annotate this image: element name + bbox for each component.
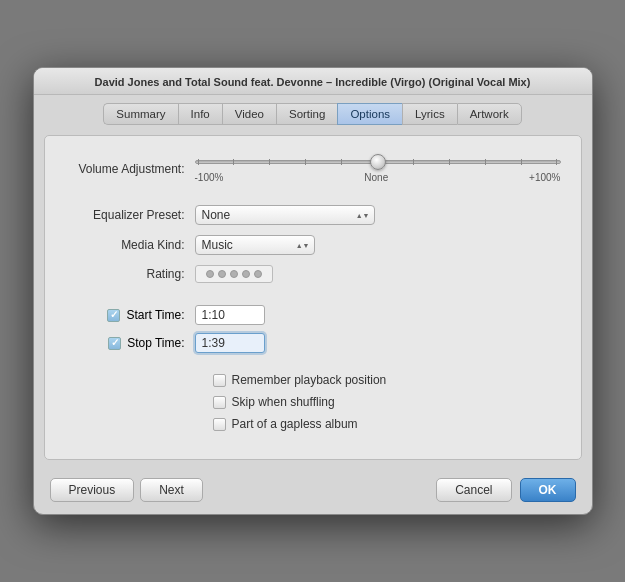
rating-dot-3[interactable] bbox=[230, 270, 238, 278]
volume-thumb[interactable] bbox=[370, 154, 386, 170]
volume-min-label: -100% bbox=[195, 172, 224, 183]
skip-shuffling-checkbox[interactable] bbox=[213, 396, 226, 409]
divider1 bbox=[65, 193, 561, 205]
start-time-row: Start Time: bbox=[65, 305, 561, 325]
stop-time-checkbox[interactable] bbox=[108, 337, 121, 350]
media-kind-select[interactable]: Music Movie TV Show Podcast Audiobook bbox=[195, 235, 315, 255]
slider-labels: -100% None +100% bbox=[195, 172, 561, 183]
cancel-button[interactable]: Cancel bbox=[436, 478, 511, 502]
volume-row: Volume Adjustment: bbox=[65, 154, 561, 183]
tick bbox=[449, 159, 450, 165]
tick bbox=[341, 159, 342, 165]
tick bbox=[556, 159, 557, 165]
rating-control[interactable] bbox=[195, 265, 273, 283]
skip-shuffling-row: Skip when shuffling bbox=[65, 395, 561, 409]
equalizer-select-wrapper: None Acoustic Bass Booster Classical Dan… bbox=[195, 205, 375, 225]
volume-slider-container: -100% None +100% bbox=[195, 154, 561, 183]
ok-button[interactable]: OK bbox=[520, 478, 576, 502]
tick bbox=[198, 159, 199, 165]
gapless-row: Part of a gapless album bbox=[65, 417, 561, 431]
gapless-checkbox[interactable] bbox=[213, 418, 226, 431]
tick bbox=[521, 159, 522, 165]
stop-time-label: Stop Time: bbox=[127, 336, 184, 350]
rating-dot-4[interactable] bbox=[242, 270, 250, 278]
slider-track-bg bbox=[195, 160, 561, 164]
volume-max-label: +100% bbox=[529, 172, 560, 183]
tick bbox=[233, 159, 234, 165]
media-kind-row: Media Kind: Music Movie TV Show Podcast … bbox=[65, 235, 561, 255]
rating-dot-5[interactable] bbox=[254, 270, 262, 278]
previous-button[interactable]: Previous bbox=[50, 478, 135, 502]
tick bbox=[413, 159, 414, 165]
equalizer-label: Equalizer Preset: bbox=[65, 208, 195, 222]
tick bbox=[485, 159, 486, 165]
tab-artwork[interactable]: Artwork bbox=[457, 103, 522, 125]
rating-row: Rating: bbox=[65, 265, 561, 283]
tab-options[interactable]: Options bbox=[337, 103, 402, 125]
start-time-label: Start Time: bbox=[126, 308, 184, 322]
equalizer-select[interactable]: None Acoustic Bass Booster Classical Dan… bbox=[195, 205, 375, 225]
next-button[interactable]: Next bbox=[140, 478, 203, 502]
volume-label: Volume Adjustment: bbox=[65, 162, 195, 176]
rating-dot-1[interactable] bbox=[206, 270, 214, 278]
tick bbox=[269, 159, 270, 165]
divider2 bbox=[65, 293, 561, 305]
tick bbox=[305, 159, 306, 165]
start-time-input[interactable] bbox=[195, 305, 265, 325]
remember-playback-row: Remember playback position bbox=[65, 373, 561, 387]
stop-time-row: Stop Time: bbox=[65, 333, 561, 353]
tab-lyrics[interactable]: Lyrics bbox=[402, 103, 457, 125]
title-bar: David Jones and Total Sound feat. Devonn… bbox=[34, 68, 592, 95]
stop-time-input[interactable] bbox=[195, 333, 265, 353]
media-kind-label: Media Kind: bbox=[65, 238, 195, 252]
equalizer-row: Equalizer Preset: None Acoustic Bass Boo… bbox=[65, 205, 561, 225]
volume-slider[interactable] bbox=[195, 154, 561, 170]
skip-shuffling-label: Skip when shuffling bbox=[232, 395, 335, 409]
rating-label: Rating: bbox=[65, 267, 195, 281]
footer-left: Previous Next bbox=[50, 478, 203, 502]
tab-info[interactable]: Info bbox=[178, 103, 222, 125]
footer: Previous Next Cancel OK bbox=[34, 470, 592, 514]
footer-right: Cancel OK bbox=[436, 478, 575, 502]
tab-sorting[interactable]: Sorting bbox=[276, 103, 337, 125]
divider3 bbox=[65, 361, 561, 373]
media-kind-select-wrapper: Music Movie TV Show Podcast Audiobook bbox=[195, 235, 315, 255]
start-time-checkbox[interactable] bbox=[107, 309, 120, 322]
gapless-label: Part of a gapless album bbox=[232, 417, 358, 431]
dialog: David Jones and Total Sound feat. Devonn… bbox=[33, 67, 593, 515]
content-area: Volume Adjustment: bbox=[44, 135, 582, 460]
dialog-title: David Jones and Total Sound feat. Devonn… bbox=[95, 76, 531, 88]
remember-playback-checkbox[interactable] bbox=[213, 374, 226, 387]
rating-dot-2[interactable] bbox=[218, 270, 226, 278]
remember-playback-label: Remember playback position bbox=[232, 373, 387, 387]
tab-video[interactable]: Video bbox=[222, 103, 276, 125]
tab-summary[interactable]: Summary bbox=[103, 103, 177, 125]
volume-mid-label: None bbox=[364, 172, 388, 183]
tabs-container: Summary Info Video Sorting Options Lyric… bbox=[34, 95, 592, 125]
